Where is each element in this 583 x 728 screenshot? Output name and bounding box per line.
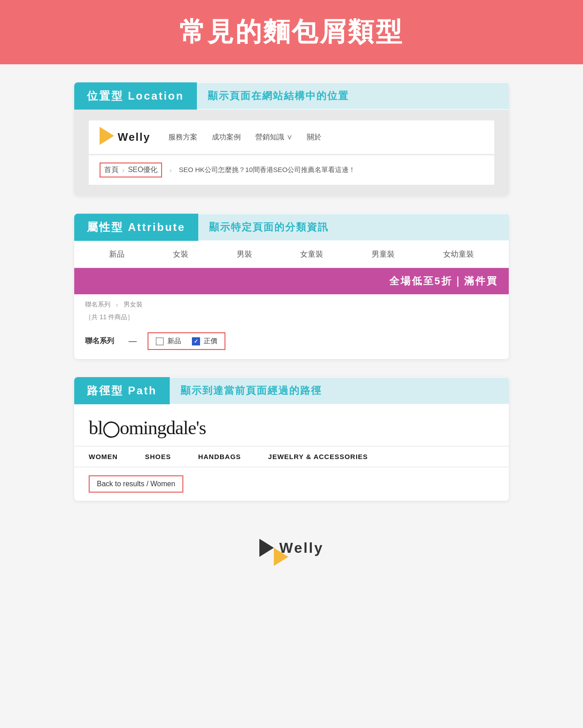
nav-link-knowledge[interactable]: 營銷知識 ∨	[255, 133, 292, 142]
fashion-filter-row: 聯名系列 — 新品 正價	[74, 327, 509, 359]
attribute-section: 屬性型 Attribute 顯示特定頁面的分類資訊 新品 女裝 男裝 女童裝 男…	[74, 214, 509, 359]
nav-link-services[interactable]: 服務方案	[168, 133, 197, 142]
fashion-breadcrumb-arrow: ›	[116, 301, 118, 308]
checkbox-regular[interactable]	[192, 337, 200, 345]
attribute-content: 新品 女裝 男裝 女童裝 男童裝 女幼童裝 全場低至5折｜滿件買 聯名系列 › …	[74, 241, 509, 359]
filter-regular[interactable]: 正價	[192, 337, 217, 345]
attribute-badge: 屬性型 Attribute	[74, 214, 198, 241]
breadcrumb-arrow-2: ›	[169, 167, 172, 174]
path-content: blomingdale's WOMEN SHOES HANDBAGS JEWEL…	[74, 404, 509, 501]
welly-logo-icon	[100, 127, 114, 148]
checkbox-new[interactable]	[156, 337, 164, 345]
welly-nav-links: 服務方案 成功案例 營銷知識 ∨ 關於	[168, 133, 321, 142]
fashion-nav-new[interactable]: 新品	[109, 249, 124, 259]
nav-link-cases[interactable]: 成功案例	[212, 133, 241, 142]
bloomingdales-nav-women[interactable]: WOMEN	[89, 453, 118, 460]
bloomingdales-nav-handbags[interactable]: HANDBAGS	[198, 453, 241, 460]
welly-nav: Welly 服務方案 成功案例 營銷知識 ∨ 關於	[89, 120, 494, 154]
filter-new[interactable]: 新品	[156, 337, 181, 345]
location-breadcrumb: 首頁 › SEO優化 › SEO HK公司怎麼挑？10間香港SEO公司推薦名單看…	[89, 155, 494, 185]
attribute-label-bar: 屬性型 Attribute 顯示特定頁面的分類資訊	[74, 214, 509, 241]
fashion-nav-top: 新品 女裝 男裝 女童裝 男童裝 女幼童裝	[74, 241, 509, 268]
fashion-filter-dash: —	[129, 336, 137, 346]
fashion-nav: 新品 女裝 男裝 女童裝 男童裝 女幼童裝 全場低至5折｜滿件買 聯名系列 › …	[74, 241, 509, 359]
fashion-filter-label: 聯名系列	[85, 336, 114, 346]
attribute-description: 顯示特定頁面的分類資訊	[198, 214, 509, 240]
bloomingdales-nav-shoes[interactable]: SHOES	[145, 453, 171, 460]
bloomingdales-logo: blomingdale's	[89, 417, 494, 439]
bloomingdales-nav-jewelry[interactable]: JEWELRY & ACCESSORIES	[268, 453, 368, 460]
path-badge: 路徑型 Path	[74, 377, 170, 404]
bloomingdales-o	[103, 421, 119, 438]
bloomingdales-container: blomingdale's WOMEN SHOES HANDBAGS JEWEL…	[74, 404, 509, 501]
path-breadcrumb-inner[interactable]: Back to results / Women	[89, 475, 183, 493]
footer-logo-icon	[259, 539, 274, 557]
path-section: 路徑型 Path 顯示到達當前頁面經過的路徑 blomingdale's WOM…	[74, 377, 509, 501]
page-title: 常見的麵包屑類型	[9, 14, 574, 50]
fashion-count: ［共 11 件商品］	[74, 311, 509, 327]
page-header: 常見的麵包屑類型	[0, 0, 583, 64]
fashion-breadcrumb-sub[interactable]: 男女裝	[124, 301, 143, 309]
bloomingdales-logo-text: bl	[89, 417, 103, 438]
location-section: 位置型 Location 顯示頁面在網站結構中的位置 Welly 服務方案 成功…	[74, 82, 509, 196]
path-description: 顯示到達當前頁面經過的路徑	[170, 378, 509, 404]
path-breadcrumb-text: Back to results / Women	[97, 480, 175, 488]
fashion-breadcrumb: 聯名系列 › 男女裝	[74, 294, 509, 311]
breadcrumb-home[interactable]: 首頁	[104, 165, 119, 175]
location-content: Welly 服務方案 成功案例 營銷知識 ∨ 關於 首頁 › SEO優化 › S…	[74, 110, 509, 196]
filter-new-label: 新品	[167, 337, 181, 345]
location-description: 顯示頁面在網站結構中的位置	[197, 83, 509, 109]
location-label-bar: 位置型 Location 顯示頁面在網站結構中的位置	[74, 82, 509, 110]
path-label-bar: 路徑型 Path 顯示到達當前頁面經過的路徑	[74, 377, 509, 404]
filter-regular-label: 正價	[204, 337, 217, 345]
breadcrumb-category[interactable]: SEO優化	[128, 165, 158, 175]
breadcrumb-arrow-1: ›	[122, 167, 124, 174]
bloomingdales-nav: WOMEN SHOES HANDBAGS JEWELRY & ACCESSORI…	[74, 446, 509, 467]
fashion-nav-girls[interactable]: 女童裝	[300, 249, 323, 259]
path-breadcrumb: Back to results / Women	[74, 467, 198, 501]
page-footer: Welly	[259, 528, 324, 575]
fashion-breadcrumb-category[interactable]: 聯名系列	[85, 301, 110, 309]
bloomingdales-logo-area: blomingdale's	[74, 404, 509, 446]
fashion-nav-boys[interactable]: 男童裝	[372, 249, 395, 259]
fashion-nav-infant[interactable]: 女幼童裝	[443, 249, 474, 259]
fashion-filter-checkboxes: 新品 正價	[148, 332, 225, 350]
breadcrumb-page: SEO HK公司怎麼挑？10間香港SEO公司推薦名單看這邊！	[179, 166, 355, 174]
fashion-nav-women[interactable]: 女裝	[173, 249, 188, 259]
bloomingdales-rest: omingdale's	[120, 417, 206, 438]
breadcrumb-highlighted: 首頁 › SEO優化	[100, 163, 162, 177]
main-content: 位置型 Location 顯示頁面在網站結構中的位置 Welly 服務方案 成功…	[74, 64, 509, 528]
nav-link-about[interactable]: 關於	[307, 133, 321, 142]
location-badge: 位置型 Location	[74, 82, 197, 110]
welly-logo: Welly	[100, 127, 150, 148]
welly-logo-text: Welly	[118, 131, 150, 144]
fashion-nav-men[interactable]: 男裝	[237, 249, 252, 259]
fashion-promo-bar: 全場低至5折｜滿件買	[74, 268, 509, 294]
